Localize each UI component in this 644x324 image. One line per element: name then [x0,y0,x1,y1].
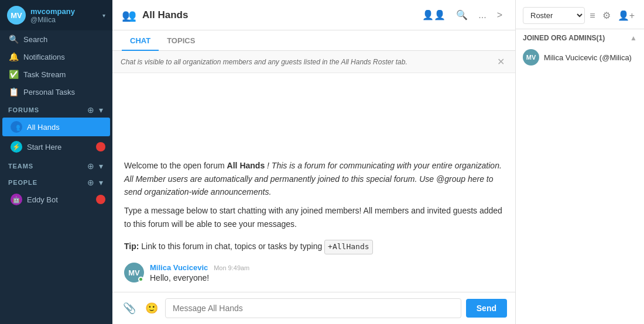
message-input[interactable] [165,298,461,318]
roster-member-name: Milica Vucicevic (@Milica) [544,53,632,62]
message-text: Hello, everyone! [150,273,503,282]
search-icon: 🔍 [8,35,19,44]
company-name: mvcompany [30,7,102,16]
sidebar-item-eddy-bot[interactable]: 🤖 Eddy Bot [2,190,110,209]
sidebar-item-search[interactable]: 🔍 Search [0,30,112,48]
message-content: Milica Vucicevic Mon 9:49am Hello, every… [150,263,503,282]
teams-section-header: TEAMS ⊕ ▾ [0,157,112,173]
sidebar: MV mvcompany @Milica ▾ 🔍 Search 🔔 Notifi… [0,0,112,324]
chevron-down-icon: ▾ [102,12,105,19]
attach-button[interactable]: 📎 [121,299,138,317]
more-options-button[interactable]: ... [475,8,489,23]
add-person-button[interactable]: ⊕ [86,178,95,187]
forums-section-header: FORUMS ⊕ ▾ [0,101,112,117]
chat-body: Welcome to the open forum All Hands ! Th… [112,73,515,292]
channel-icon: 👥 [122,8,136,22]
sidebar-header[interactable]: MV mvcompany @Milica ▾ [0,0,112,30]
roster-settings-button[interactable]: ⚙ [600,8,613,23]
notice-text: Chat is visible to all organization memb… [121,58,495,66]
all-hands-icon: 👥 [11,121,22,133]
message-time: Mon 9:49am [214,264,249,271]
user-avatar: MV [7,6,26,25]
notification-badge [96,142,105,151]
tip-line: Tip: Link to this forum in chat, topics … [124,240,503,254]
emoji-button[interactable]: 🙂 [143,299,160,317]
filter-roster-button[interactable]: ≡ [587,8,597,23]
roster-select[interactable]: Roster [523,7,585,24]
add-forum-button[interactable]: ⊕ [86,105,95,115]
sidebar-item-task-stream[interactable]: ✅ Task Stream [0,66,112,83]
send-button[interactable]: Send [466,299,507,318]
online-indicator [138,277,143,282]
add-team-button[interactable]: ⊕ [86,161,95,171]
input-bar: 📎 🙂 Send [112,292,515,324]
search-channel-button[interactable]: 🔍 [453,7,471,23]
collapse-roster-button[interactable]: ▲ [630,34,637,42]
header-text: mvcompany @Milica [30,7,102,24]
add-member-button[interactable]: 👤+ [615,8,637,23]
task-icon: ✅ [8,70,19,79]
collapse-forums-button[interactable]: ▾ [98,105,104,115]
sidebar-item-start-here[interactable]: ⚡ Start Here [2,137,110,156]
notice-close-button[interactable]: ✕ [495,56,507,67]
notice-banner: Chat is visible to all organization memb… [112,51,515,73]
members-button[interactable]: 👤👤 [419,7,449,23]
collapse-teams-button[interactable]: ▾ [98,161,104,171]
roster-panel: Roster ≡ ⚙ 👤+ JOINED ORG ADMINS (1) ▲ MV… [515,0,644,324]
forums-actions: ⊕ ▾ [86,105,104,115]
chat-header: 👥 All Hands 👤👤 🔍 ... > [112,0,515,30]
sidebar-item-all-hands[interactable]: 👥 All Hands [2,118,110,136]
personal-task-icon: 📋 [8,87,19,96]
roster-section-label: JOINED ORG ADMINS [523,34,597,42]
tab-topics[interactable]: TOPICS [159,30,203,51]
people-actions: ⊕ ▾ [86,178,104,187]
sidebar-item-notifications[interactable]: 🔔 Notifications [0,48,112,66]
bell-icon: 🔔 [8,52,19,61]
start-here-icon: ⚡ [11,141,22,153]
roster-member-avatar: MV [523,49,539,66]
roster-header: Roster ≡ ⚙ 👤+ [516,0,644,29]
teams-actions: ⊕ ▾ [86,161,104,171]
welcome-message: Welcome to the open forum All Hands ! Th… [124,159,503,230]
eddy-bot-icon: 🤖 [11,194,22,205]
roster-section-count: (1) [597,34,605,42]
roster-member: MV Milica Vucicevic (@Milica) [516,46,644,69]
header-actions: 👤👤 🔍 ... > [419,7,506,23]
tip-code: +AllHands [324,240,372,254]
people-section-header: PEOPLE ⊕ ▾ [0,173,112,189]
sidebar-item-personal-tasks[interactable]: 📋 Personal Tasks [0,83,112,101]
tabs-bar: CHAT TOPICS [112,30,515,51]
eddy-notification-badge [96,195,105,204]
username: @Milica [30,16,102,24]
main-content: 👥 All Hands 👤👤 🔍 ... > CHAT TOPICS Chat … [112,0,515,324]
tab-chat[interactable]: CHAT [122,30,159,51]
message-avatar: MV [124,263,144,282]
channel-title: All Hands [142,9,419,21]
collapse-people-button[interactable]: ▾ [98,178,104,187]
roster-section-header[interactable]: JOINED ORG ADMINS (1) ▲ [516,29,644,46]
expand-button[interactable]: > [494,8,506,23]
chat-message: MV Milica Vucicevic Mon 9:49am Hello, ev… [124,263,503,282]
message-author: Milica Vucicevic [150,263,208,272]
